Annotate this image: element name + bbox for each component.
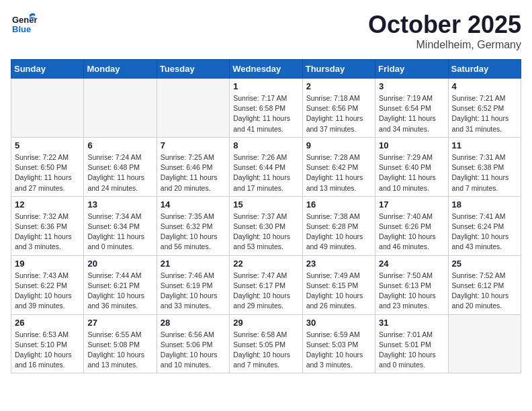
calendar-day-cell: 8Sunrise: 7:26 AMSunset: 6:44 PMDaylight… <box>230 137 302 196</box>
calendar-day-cell: 23Sunrise: 7:49 AMSunset: 6:15 PMDayligh… <box>302 255 375 314</box>
day-number: 24 <box>379 259 444 269</box>
calendar-week-row: 5Sunrise: 7:22 AMSunset: 6:50 PMDaylight… <box>11 137 521 196</box>
day-number: 17 <box>379 199 444 210</box>
weekday-header: Saturday <box>448 60 521 79</box>
day-number: 5 <box>15 140 80 150</box>
calendar-day-cell: 31Sunrise: 7:01 AMSunset: 5:01 PMDayligh… <box>375 314 448 373</box>
weekday-header: Friday <box>375 60 448 79</box>
calendar-day-cell: 11Sunrise: 7:31 AMSunset: 6:38 PMDayligh… <box>448 137 521 196</box>
day-number: 25 <box>452 259 517 269</box>
calendar-day-cell <box>448 314 521 373</box>
calendar-day-cell: 19Sunrise: 7:43 AMSunset: 6:22 PMDayligh… <box>11 255 84 314</box>
day-info: Sunrise: 7:49 AMSunset: 6:15 PMDaylight:… <box>306 271 371 312</box>
day-info: Sunrise: 7:28 AMSunset: 6:42 PMDaylight:… <box>306 152 371 193</box>
calendar-day-cell: 13Sunrise: 7:34 AMSunset: 6:34 PMDayligh… <box>84 196 157 255</box>
calendar-day-cell: 22Sunrise: 7:47 AMSunset: 6:17 PMDayligh… <box>230 255 302 314</box>
calendar-day-cell: 16Sunrise: 7:38 AMSunset: 6:28 PMDayligh… <box>302 196 375 255</box>
day-number: 22 <box>233 259 298 269</box>
weekday-header: Thursday <box>302 60 375 79</box>
day-number: 27 <box>87 318 152 328</box>
day-info: Sunrise: 7:25 AMSunset: 6:46 PMDaylight:… <box>161 152 226 193</box>
day-number: 10 <box>379 140 444 150</box>
calendar-week-row: 26Sunrise: 6:53 AMSunset: 5:10 PMDayligh… <box>11 314 521 373</box>
calendar-day-cell: 29Sunrise: 6:58 AMSunset: 5:05 PMDayligh… <box>230 314 302 373</box>
logo-icon: General Blue <box>11 11 38 38</box>
logo: General Blue <box>11 11 38 38</box>
calendar-day-cell: 17Sunrise: 7:40 AMSunset: 6:26 PMDayligh… <box>375 196 448 255</box>
day-info: Sunrise: 7:34 AMSunset: 6:34 PMDaylight:… <box>87 212 152 253</box>
weekday-header-row: SundayMondayTuesdayWednesdayThursdayFrid… <box>11 60 521 79</box>
calendar-day-cell: 10Sunrise: 7:29 AMSunset: 6:40 PMDayligh… <box>375 137 448 196</box>
day-number: 16 <box>306 199 371 210</box>
day-info: Sunrise: 6:55 AMSunset: 5:08 PMDaylight:… <box>87 330 152 371</box>
day-number: 23 <box>306 259 371 269</box>
calendar-day-cell: 4Sunrise: 7:21 AMSunset: 6:52 PMDaylight… <box>448 79 521 138</box>
weekday-header: Tuesday <box>157 60 229 79</box>
day-number: 15 <box>233 199 298 210</box>
calendar: SundayMondayTuesdayWednesdayThursdayFrid… <box>11 59 521 373</box>
day-number: 7 <box>161 140 226 150</box>
day-number: 18 <box>452 199 517 210</box>
calendar-day-cell: 15Sunrise: 7:37 AMSunset: 6:30 PMDayligh… <box>230 196 302 255</box>
calendar-day-cell: 25Sunrise: 7:52 AMSunset: 6:12 PMDayligh… <box>448 255 521 314</box>
day-info: Sunrise: 7:38 AMSunset: 6:28 PMDaylight:… <box>306 212 371 253</box>
month-title: October 2025 <box>368 11 521 39</box>
weekday-header: Monday <box>84 60 157 79</box>
day-number: 3 <box>379 81 444 91</box>
day-info: Sunrise: 7:17 AMSunset: 6:58 PMDaylight:… <box>233 93 298 134</box>
location: Mindelheim, Germany <box>368 39 521 51</box>
day-number: 8 <box>233 140 298 150</box>
day-info: Sunrise: 7:46 AMSunset: 6:19 PMDaylight:… <box>161 271 226 312</box>
calendar-day-cell: 5Sunrise: 7:22 AMSunset: 6:50 PMDaylight… <box>11 137 84 196</box>
day-number: 4 <box>452 81 517 91</box>
day-info: Sunrise: 7:44 AMSunset: 6:21 PMDaylight:… <box>87 271 152 312</box>
day-info: Sunrise: 7:26 AMSunset: 6:44 PMDaylight:… <box>233 152 298 193</box>
calendar-day-cell: 14Sunrise: 7:35 AMSunset: 6:32 PMDayligh… <box>157 196 229 255</box>
day-number: 20 <box>87 259 152 269</box>
calendar-day-cell: 12Sunrise: 7:32 AMSunset: 6:36 PMDayligh… <box>11 196 84 255</box>
day-info: Sunrise: 7:24 AMSunset: 6:48 PMDaylight:… <box>87 152 152 193</box>
day-number: 11 <box>452 140 517 150</box>
day-info: Sunrise: 7:35 AMSunset: 6:32 PMDaylight:… <box>161 212 226 253</box>
calendar-day-cell: 7Sunrise: 7:25 AMSunset: 6:46 PMDaylight… <box>157 137 229 196</box>
page-header: General Blue October 2025 Mindelheim, Ge… <box>11 11 521 51</box>
day-info: Sunrise: 7:01 AMSunset: 5:01 PMDaylight:… <box>379 330 444 371</box>
calendar-day-cell: 9Sunrise: 7:28 AMSunset: 6:42 PMDaylight… <box>302 137 375 196</box>
day-number: 29 <box>233 318 298 328</box>
calendar-day-cell <box>84 79 157 138</box>
svg-text:General: General <box>12 15 38 25</box>
calendar-day-cell <box>157 79 229 138</box>
calendar-day-cell: 6Sunrise: 7:24 AMSunset: 6:48 PMDaylight… <box>84 137 157 196</box>
calendar-day-cell: 26Sunrise: 6:53 AMSunset: 5:10 PMDayligh… <box>11 314 84 373</box>
day-info: Sunrise: 7:31 AMSunset: 6:38 PMDaylight:… <box>452 152 517 193</box>
calendar-day-cell: 20Sunrise: 7:44 AMSunset: 6:21 PMDayligh… <box>84 255 157 314</box>
calendar-day-cell: 24Sunrise: 7:50 AMSunset: 6:13 PMDayligh… <box>375 255 448 314</box>
day-info: Sunrise: 7:18 AMSunset: 6:56 PMDaylight:… <box>306 93 371 134</box>
calendar-day-cell: 2Sunrise: 7:18 AMSunset: 6:56 PMDaylight… <box>302 79 375 138</box>
calendar-day-cell <box>11 79 84 138</box>
day-info: Sunrise: 7:21 AMSunset: 6:52 PMDaylight:… <box>452 93 517 134</box>
day-number: 26 <box>15 318 80 328</box>
day-info: Sunrise: 7:41 AMSunset: 6:24 PMDaylight:… <box>452 212 517 253</box>
day-number: 28 <box>161 318 226 328</box>
title-area: October 2025 Mindelheim, Germany <box>368 11 521 51</box>
day-number: 9 <box>306 140 371 150</box>
svg-text:Blue: Blue <box>12 24 31 34</box>
calendar-week-row: 12Sunrise: 7:32 AMSunset: 6:36 PMDayligh… <box>11 196 521 255</box>
day-number: 31 <box>379 318 444 328</box>
day-number: 1 <box>233 81 298 91</box>
day-number: 6 <box>87 140 152 150</box>
day-info: Sunrise: 7:52 AMSunset: 6:12 PMDaylight:… <box>452 271 517 312</box>
day-info: Sunrise: 6:58 AMSunset: 5:05 PMDaylight:… <box>233 330 298 371</box>
calendar-day-cell: 30Sunrise: 6:59 AMSunset: 5:03 PMDayligh… <box>302 314 375 373</box>
day-number: 19 <box>15 259 80 269</box>
day-info: Sunrise: 7:50 AMSunset: 6:13 PMDaylight:… <box>379 271 444 312</box>
day-info: Sunrise: 7:29 AMSunset: 6:40 PMDaylight:… <box>379 152 444 193</box>
day-info: Sunrise: 7:47 AMSunset: 6:17 PMDaylight:… <box>233 271 298 312</box>
day-number: 12 <box>15 199 80 210</box>
day-number: 21 <box>161 259 226 269</box>
calendar-day-cell: 27Sunrise: 6:55 AMSunset: 5:08 PMDayligh… <box>84 314 157 373</box>
day-info: Sunrise: 6:59 AMSunset: 5:03 PMDaylight:… <box>306 330 371 371</box>
weekday-header: Wednesday <box>230 60 302 79</box>
calendar-week-row: 1Sunrise: 7:17 AMSunset: 6:58 PMDaylight… <box>11 79 521 138</box>
